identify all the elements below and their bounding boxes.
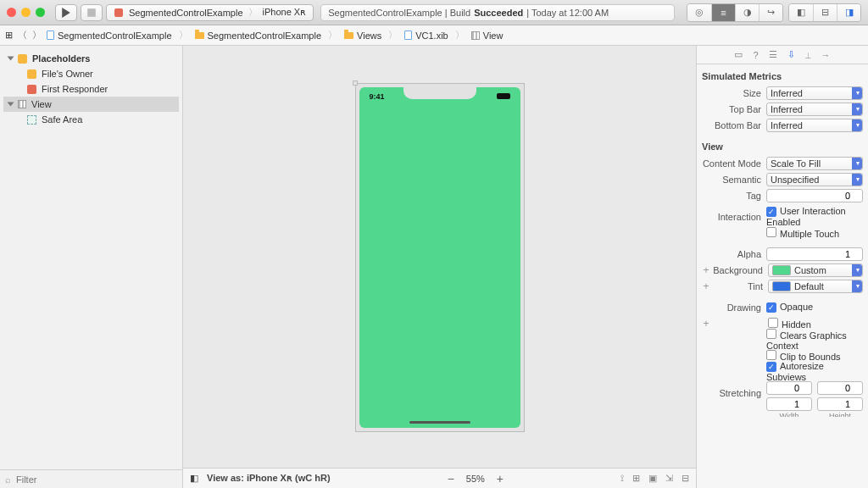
view-icon [471, 31, 480, 40]
user-interaction-checkbox[interactable]: ✓ [766, 207, 776, 217]
filter-icon: ⌕ [5, 474, 11, 485]
stack-icon[interactable]: ⊟ [682, 473, 689, 484]
statusbar-time: 9:41 [370, 92, 385, 101]
file-inspector-tab[interactable]: ▭ [734, 49, 743, 60]
outline-files-owner[interactable]: File's Owner [3, 66, 179, 81]
stretch-width-field[interactable] [766, 397, 812, 411]
size-popup[interactable]: Inferred▾ [766, 86, 863, 100]
pin-icon[interactable]: ⊞ [632, 473, 640, 484]
stop-button[interactable] [81, 4, 103, 21]
device-frame[interactable]: 9:41 [355, 83, 525, 432]
battery-icon [497, 93, 510, 99]
background-popup[interactable]: Custom▾ [768, 263, 863, 277]
connections-inspector-tab[interactable]: → [821, 50, 831, 60]
stretch-y-field[interactable] [817, 381, 863, 395]
resolve-icon[interactable]: ⇲ [665, 473, 673, 484]
document-outline: Placeholders File's Owner First Responde… [0, 46, 183, 488]
canvas-area[interactable]: 9:41 [183, 46, 696, 468]
view-icon [18, 100, 26, 108]
view-as-label[interactable]: View as: iPhone Xʀ (wC hR) [207, 473, 331, 484]
zoom-icon[interactable] [36, 8, 45, 17]
minimize-icon[interactable] [21, 8, 31, 17]
disclosure-triangle-icon[interactable] [8, 103, 14, 107]
svg-rect-2 [114, 8, 123, 17]
stretch-x-field[interactable] [766, 381, 812, 395]
doc-icon [47, 30, 54, 40]
zoom-in-button[interactable]: + [493, 472, 507, 485]
outline-view[interactable]: View [3, 97, 179, 112]
outline-placeholders[interactable]: Placeholders [3, 51, 179, 66]
crumb-project[interactable]: SegmentedControlExample [47, 30, 172, 41]
inspector-tabs: ▭ ? ☰ ⇩ ⟂ → [697, 46, 868, 64]
back-button[interactable]: 〈 [18, 29, 27, 42]
content-mode-popup[interactable]: Scale To Fill▾ [766, 157, 863, 170]
jump-bar: ⊞ 〈 〉 SegmentedControlExample 〉 Segmente… [0, 25, 868, 46]
forward-button[interactable]: 〉 [32, 29, 42, 42]
filter-input[interactable] [16, 474, 177, 485]
chevron-right-icon: 〉 [388, 29, 398, 42]
notch-icon [403, 87, 476, 99]
clip-to-bounds-checkbox[interactable] [766, 350, 776, 360]
cube-icon [27, 85, 36, 94]
identity-inspector-tab[interactable]: ☰ [769, 49, 777, 60]
crumb-file[interactable]: VC1.xib [404, 30, 448, 41]
svg-rect-1 [87, 8, 96, 17]
editor-standard-button[interactable]: ≡ [711, 4, 735, 21]
status-suffix: | Today at 12:00 AM [526, 8, 609, 18]
help-inspector-tab[interactable]: ? [753, 50, 758, 60]
add-variation-icon[interactable]: + [702, 318, 710, 330]
multiple-touch-checkbox[interactable] [766, 227, 776, 237]
align-icon[interactable]: ⟟ [620, 473, 624, 484]
add-variation-icon[interactable]: + [702, 280, 710, 292]
crumb-folder[interactable]: Views [344, 30, 381, 41]
tint-popup[interactable]: Default▾ [768, 280, 863, 293]
close-icon[interactable] [7, 8, 16, 17]
zoom-level[interactable]: 55% [466, 474, 485, 484]
outline-first-responder[interactable]: First Responder [3, 81, 179, 97]
toggle-inspector-button[interactable]: ◨ [837, 4, 860, 21]
embed-icon[interactable]: ▣ [648, 473, 657, 484]
autoresize-checkbox[interactable]: ✓ [766, 362, 776, 372]
hidden-checkbox[interactable] [768, 318, 778, 328]
root-view[interactable]: 9:41 [359, 87, 520, 428]
toggle-outline-icon[interactable]: ◧ [190, 473, 198, 484]
run-button[interactable] [55, 4, 77, 21]
zoom-out-button[interactable]: − [444, 472, 458, 485]
toggle-navigator-button[interactable]: ◧ [789, 4, 813, 21]
attributes-inspector-tab[interactable]: ⇩ [787, 49, 795, 60]
outline-safe-area[interactable]: Safe Area [3, 112, 179, 127]
stretch-height-field[interactable] [817, 397, 863, 411]
canvas-footer: ◧ View as: iPhone Xʀ (wC hR) − 55% + ⟟ ⊞… [183, 468, 696, 488]
doc-icon [404, 30, 412, 40]
add-variation-icon[interactable]: + [702, 264, 710, 276]
interface-builder-canvas: 9:41 ◧ View as: iPhone Xʀ (wC hR) − 55% … [183, 46, 697, 488]
editor-assistant-button[interactable]: ◑ [735, 4, 759, 21]
section-simulated-metrics: Simulated Metrics [702, 71, 863, 81]
bottombar-popup[interactable]: Inferred▾ [766, 119, 863, 132]
crumb-view[interactable]: View [471, 30, 504, 41]
crumb-group[interactable]: SegmentedControlExample [195, 30, 322, 41]
tag-field[interactable] [766, 189, 863, 202]
topbar-popup[interactable]: Inferred▾ [766, 103, 863, 116]
opaque-checkbox[interactable]: ✓ [766, 302, 776, 313]
toggle-debug-button[interactable]: ⊟ [813, 4, 837, 21]
resize-handle-icon[interactable] [353, 80, 358, 86]
clears-context-checkbox[interactable] [766, 329, 776, 339]
scheme-selector[interactable]: SegmentedControlExample 〉 iPhone Xʀ [106, 4, 314, 21]
disclosure-triangle-icon[interactable] [8, 57, 14, 61]
library-button[interactable]: ◎ [687, 4, 711, 21]
chevron-right-icon: 〉 [248, 6, 258, 19]
semantic-popup[interactable]: Unspecified▾ [766, 173, 863, 186]
safe-area-icon [27, 115, 36, 125]
related-items-icon[interactable]: ⊞ [5, 30, 13, 41]
chevron-right-icon: 〉 [179, 29, 188, 42]
scheme-target: SegmentedControlExample [129, 8, 243, 18]
status-result: Succeeded [474, 8, 523, 18]
svg-marker-0 [62, 8, 70, 18]
editor-version-button[interactable]: ↪ [759, 4, 782, 21]
alpha-field[interactable] [766, 247, 863, 261]
toolbar-right-cluster: ◎ ≡ ◑ ↪ ◧ ⊟ ◨ [682, 3, 861, 22]
traffic-lights [7, 8, 45, 17]
size-inspector-tab[interactable]: ⟂ [805, 50, 811, 60]
chevron-right-icon: 〉 [328, 29, 337, 42]
